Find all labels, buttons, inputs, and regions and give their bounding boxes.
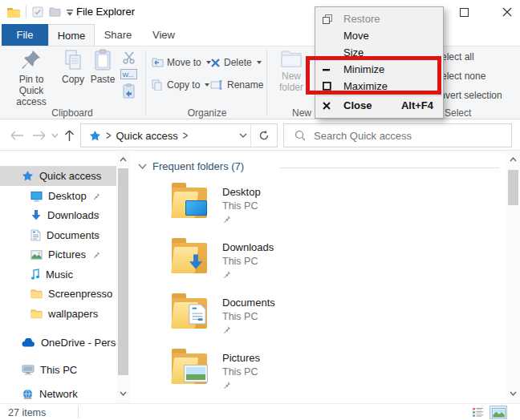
thumbnail-view-button[interactable]	[490, 406, 507, 419]
desktop-icon	[30, 191, 43, 202]
folder-tile-documents[interactable]: Documents This PC	[171, 293, 275, 334]
search-input[interactable]	[314, 130, 498, 142]
group-divider	[266, 50, 267, 115]
quick-access-star-icon	[89, 130, 101, 142]
scroll-up-icon[interactable]	[116, 152, 130, 166]
restore-icon	[323, 14, 343, 24]
forward-button[interactable]	[32, 120, 47, 151]
tab-home[interactable]: Home	[48, 24, 95, 46]
recent-locations-dropdown[interactable]	[51, 120, 59, 151]
sidebar-item-this-pc[interactable]: This PC	[0, 360, 116, 380]
tile-name: Documents	[222, 297, 275, 309]
pin-icon	[222, 381, 260, 390]
details-view-button[interactable]	[469, 406, 486, 419]
section-divider	[279, 168, 499, 168]
address-box[interactable]: > Quick access >	[80, 123, 278, 147]
sidebar-item-screenpresso[interactable]: Screenpresso	[0, 284, 116, 304]
refresh-button[interactable]	[250, 124, 277, 147]
document-glyph-icon	[188, 302, 207, 326]
delete-label: Delete	[224, 57, 252, 68]
search-box[interactable]	[283, 123, 512, 147]
pin-icon	[222, 325, 275, 334]
breadcrumb-chevron-icon: >	[178, 129, 193, 142]
quick-access-toolbar	[6, 4, 79, 20]
scroll-down-icon[interactable]	[116, 386, 130, 400]
explorer-folder-icon	[6, 6, 21, 18]
sidebar-item-desktop[interactable]: Desktop	[0, 186, 116, 206]
new-folder-toolbar-icon[interactable]	[49, 6, 61, 18]
tile-location: This PC	[222, 200, 261, 212]
section-header-frequent-folders[interactable]: Frequent folders (7)	[138, 160, 244, 172]
sidebar-item-onedrive[interactable]: OneDrive - Person	[0, 333, 116, 353]
tab-share[interactable]: Share	[95, 24, 141, 46]
breadcrumb-chevron-icon: >	[101, 129, 116, 142]
move-to-button[interactable]: Move to	[151, 57, 211, 68]
copy-to-button[interactable]: Copy to	[151, 79, 209, 91]
music-note-icon	[30, 269, 40, 281]
delete-button[interactable]: Delete	[210, 57, 262, 68]
sidebar-item-network[interactable]: Network	[0, 384, 116, 404]
scissors-icon	[122, 50, 136, 64]
paste-shortcut-button[interactable]	[123, 83, 135, 99]
copy-to-icon	[151, 79, 164, 91]
group-label-clipboard: Clipboard	[24, 107, 120, 119]
address-dropdown-icon[interactable]	[239, 133, 247, 138]
copy-path-icon: W...	[120, 69, 137, 79]
invert-selection-button[interactable]: Invert selection	[437, 90, 502, 101]
scroll-up-icon[interactable]	[506, 152, 520, 166]
group-label-select: Select	[445, 107, 477, 119]
folder-tile-pictures[interactable]: Pictures This PC	[171, 349, 260, 390]
paste-button[interactable]: Paste	[88, 49, 117, 85]
up-arrow-icon	[64, 129, 75, 142]
photo-glyph-icon	[185, 365, 207, 382]
properties-icon[interactable]	[31, 6, 44, 18]
back-arrow-icon	[10, 131, 24, 140]
tile-name: Desktop	[222, 186, 261, 198]
maximize-button[interactable]	[448, 0, 480, 24]
copy-button[interactable]: Copy	[59, 49, 87, 85]
folder-tile-desktop[interactable]: Desktop This PC	[171, 183, 261, 224]
folder-tile-downloads[interactable]: Downloads This PC	[171, 238, 274, 279]
breadcrumb-quick-access[interactable]: Quick access	[116, 130, 177, 142]
content-scrollbar[interactable]	[506, 151, 520, 403]
sidebar-item-downloads[interactable]: Downloads	[0, 205, 116, 225]
pin-icon	[222, 270, 274, 279]
sidebar-item-quick-access[interactable]: Quick access	[0, 166, 116, 186]
network-globe-icon	[22, 389, 34, 400]
tile-location: This PC	[222, 256, 274, 267]
rename-label: Rename	[227, 79, 263, 91]
cut-button[interactable]	[122, 50, 136, 64]
sidebar-item-music[interactable]: Music	[0, 265, 116, 285]
address-bar-row: > Quick access >	[0, 120, 520, 151]
up-button[interactable]	[64, 120, 75, 151]
pin-icon	[92, 212, 100, 220]
close-button[interactable]	[491, 0, 520, 24]
back-button[interactable]	[10, 120, 24, 151]
sidebar-scrollbar[interactable]	[116, 151, 130, 403]
sidebar-item-pictures[interactable]: Pictures	[0, 244, 116, 265]
items-count: 27 items	[8, 407, 46, 418]
customize-toolbar-dropdown-icon[interactable]	[66, 9, 74, 16]
scrollbar-thumb[interactable]	[118, 168, 128, 375]
rename-button[interactable]: Rename	[210, 79, 263, 91]
paste-icon	[93, 49, 112, 71]
tab-view[interactable]: View	[141, 24, 186, 46]
tile-location: This PC	[222, 366, 260, 378]
menu-item-restore: Restore	[315, 10, 443, 27]
pin-to-quick-access-button[interactable]: Pin to Quick access	[6, 49, 56, 107]
scrollbar-thumb[interactable]	[508, 170, 518, 205]
quick-access-star-icon	[22, 170, 34, 182]
tab-file[interactable]: File	[2, 24, 48, 46]
close-icon	[502, 7, 512, 17]
sidebar-item-documents[interactable]: Documents	[0, 225, 116, 245]
copy-path-button[interactable]: W...	[120, 69, 137, 79]
red-highlight-box	[306, 56, 441, 95]
sidebar-item-wallpapers[interactable]: wallpapers	[0, 304, 116, 324]
chevron-down-icon	[51, 133, 59, 138]
pushpin-icon	[21, 49, 42, 71]
forward-arrow-icon	[32, 131, 47, 140]
group-label-organize: Organize	[160, 107, 254, 119]
menu-item-close[interactable]: Close Alt+F4	[315, 97, 443, 114]
scroll-down-icon[interactable]	[506, 386, 520, 400]
menu-item-move[interactable]: Move	[315, 27, 443, 44]
